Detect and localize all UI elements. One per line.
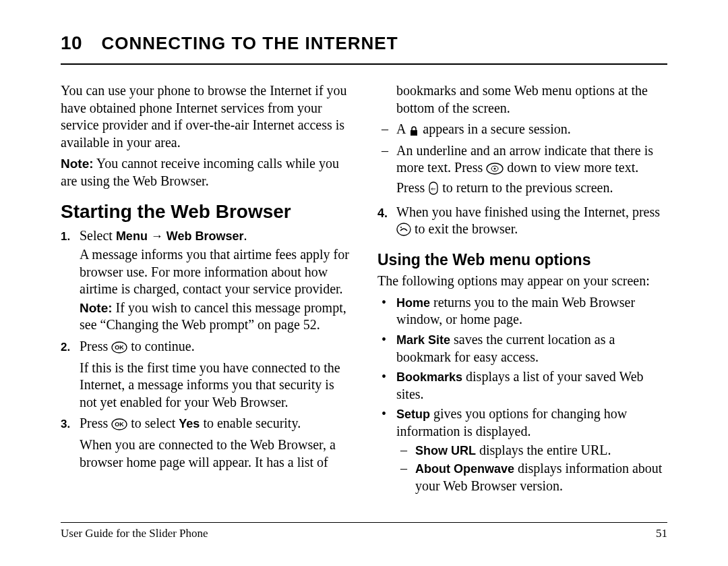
step-lead: Select bbox=[80, 228, 116, 243]
list-item: Setup gives you options for changing how… bbox=[377, 405, 667, 494]
end-key-icon bbox=[396, 223, 411, 241]
step-post: . bbox=[244, 228, 247, 243]
dash-pre: A bbox=[396, 121, 408, 136]
step-lead: Press bbox=[80, 416, 111, 430]
list-item: An underline and an arrow indicate that … bbox=[377, 142, 667, 200]
note-label: Note: bbox=[80, 301, 113, 315]
step-item: Press OK to select Yes to enable securit… bbox=[61, 415, 351, 471]
note-body: You cannot receive incoming calls while … bbox=[61, 156, 339, 188]
ok-key-icon: OK bbox=[111, 341, 127, 358]
list-item: A appears in a secure session. bbox=[377, 121, 667, 141]
step-lead: Press bbox=[80, 339, 111, 353]
subsection-intro: The following options may appear on your… bbox=[377, 273, 667, 290]
option-desc: gives you options for changing how infor… bbox=[396, 406, 627, 438]
step-item: Press OK to continue. If this is the fir… bbox=[61, 338, 351, 411]
footer-title: User Guide for the Slider Phone bbox=[61, 527, 208, 540]
svg-point-11 bbox=[400, 227, 402, 228]
menu-path: Menu → Web Browser bbox=[116, 229, 244, 243]
step-item: 4. When you have finished using the Inte… bbox=[377, 204, 667, 241]
svg-text:OK: OK bbox=[115, 344, 124, 351]
list-item: Show URL displays the entire URL. bbox=[396, 442, 667, 459]
dash-post: appears in a secure session. bbox=[423, 121, 570, 136]
step-note: Note: If you wish to cancel this message… bbox=[80, 300, 351, 334]
continuation-text: bookmarks and some Web menu options at t… bbox=[377, 82, 667, 117]
lock-icon bbox=[408, 123, 419, 141]
list-item: Bookmarks displays a list of your saved … bbox=[377, 368, 667, 403]
nav-key-icon bbox=[486, 162, 504, 179]
svg-point-10 bbox=[397, 223, 411, 235]
chapter-number: 10 bbox=[61, 32, 82, 54]
option-name: Setup bbox=[396, 407, 430, 421]
sub-dash-list: Show URL displays the entire URL. About … bbox=[396, 442, 667, 495]
note-body: If you wish to cancel this message promp… bbox=[80, 300, 346, 333]
option-desc: returns you to the main Web Browser wind… bbox=[396, 295, 635, 327]
step-item: Select Menu → Web Browser. A message inf… bbox=[61, 227, 351, 334]
step-mid: to select bbox=[131, 416, 179, 430]
chapter-heading: 10 Connecting to the Internet bbox=[61, 32, 667, 65]
left-column: You can use your phone to browse the Int… bbox=[61, 82, 351, 497]
yes-label: Yes bbox=[179, 417, 200, 430]
step-post: to continue. bbox=[131, 339, 194, 353]
page-number: 51 bbox=[656, 527, 667, 540]
svg-text:OK: OK bbox=[115, 421, 124, 428]
two-column-layout: You can use your phone to browse the Int… bbox=[61, 82, 667, 497]
list-item: Home returns you to the main Web Browser… bbox=[377, 294, 667, 329]
option-name: Mark Site bbox=[396, 333, 450, 347]
step-text-b: to exit the browser. bbox=[415, 221, 518, 236]
option-name: Home bbox=[396, 296, 430, 310]
steps-list: Select Menu → Web Browser. A message inf… bbox=[61, 227, 351, 471]
page: 10 Connecting to the Internet You can us… bbox=[0, 0, 728, 566]
back-key-icon: ⇐ bbox=[428, 181, 439, 200]
step-body: When you are connected to the Web Browse… bbox=[80, 436, 351, 471]
chapter-title: Connecting to the Internet bbox=[101, 33, 398, 53]
section-heading: Starting the Web Browser bbox=[61, 200, 351, 224]
svg-rect-4 bbox=[411, 130, 417, 136]
page-footer: User Guide for the Slider Phone 51 bbox=[61, 522, 667, 540]
ok-key-icon: OK bbox=[111, 418, 127, 435]
step-post: to enable security. bbox=[200, 416, 301, 430]
intro-text: You can use your phone to browse the Int… bbox=[61, 82, 351, 151]
suboption-name: About Openwave bbox=[415, 462, 514, 476]
dash-post: to return to the previous screen. bbox=[442, 180, 613, 195]
list-item: About Openwave displays information abou… bbox=[396, 460, 667, 494]
option-name: Bookmarks bbox=[396, 370, 462, 384]
note-label: Note: bbox=[61, 157, 94, 171]
suboption-name: Show URL bbox=[415, 444, 476, 457]
right-column: bookmarks and some Web menu options at t… bbox=[377, 82, 667, 497]
dash-list: A appears in a secure session. An underl… bbox=[377, 121, 667, 199]
step-number: 4. bbox=[377, 206, 388, 221]
svg-point-7 bbox=[494, 168, 496, 170]
svg-text:⇐: ⇐ bbox=[431, 186, 436, 192]
step-body: If this is the first time you have conne… bbox=[80, 360, 351, 412]
subsection-heading: Using the Web menu options bbox=[377, 250, 667, 270]
list-item: Mark Site saves the current location as … bbox=[377, 331, 667, 366]
suboption-desc: displays the entire URL. bbox=[476, 443, 611, 457]
bullet-list: Home returns you to the main Web Browser… bbox=[377, 294, 667, 495]
step-body: A message informs you that airtime fees … bbox=[80, 246, 351, 298]
step-text-a: When you have finished using the Interne… bbox=[396, 204, 660, 219]
note: Note: You cannot receive incoming calls … bbox=[61, 155, 351, 190]
